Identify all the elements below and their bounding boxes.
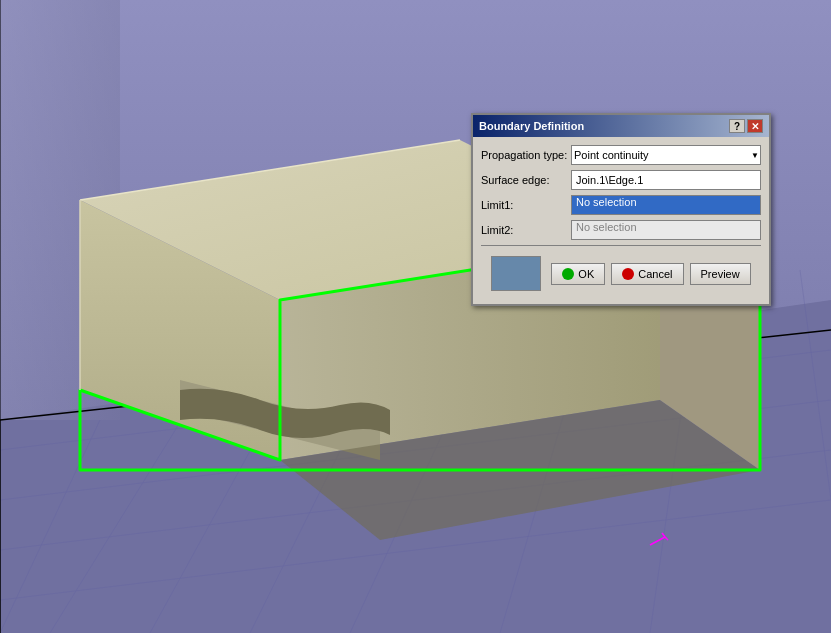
- cancel-icon: [622, 268, 634, 280]
- dialog-controls: ? ✕: [729, 119, 763, 133]
- propagation-type-select-wrapper[interactable]: Point continuity Tangent continuity Curv…: [571, 145, 761, 165]
- ok-label: OK: [578, 268, 594, 280]
- limit2-input[interactable]: No selection: [571, 220, 761, 240]
- surface-edge-field: [571, 170, 761, 190]
- limit2-field: No selection: [571, 220, 761, 240]
- limit1-row: Limit1: No selection: [481, 195, 761, 215]
- ok-button[interactable]: OK: [551, 263, 605, 285]
- limit1-input[interactable]: No selection: [571, 195, 761, 215]
- ok-icon: [562, 268, 574, 280]
- cancel-button[interactable]: Cancel: [611, 263, 683, 285]
- surface-edge-label: Surface edge:: [481, 174, 571, 186]
- preview-thumbnail: [491, 256, 541, 291]
- propagation-type-row: Propagation type: Point continuity Tange…: [481, 145, 761, 165]
- dialog-title: Boundary Definition: [479, 120, 584, 132]
- cancel-label: Cancel: [638, 268, 672, 280]
- dialog-close-button[interactable]: ✕: [747, 119, 763, 133]
- dialog-separator: [481, 245, 761, 246]
- dialog-buttons: OK Cancel Preview: [481, 251, 761, 296]
- limit2-label: Limit2:: [481, 224, 571, 236]
- dialog-titlebar: Boundary Definition ? ✕: [473, 115, 769, 137]
- propagation-type-select[interactable]: Point continuity Tangent continuity Curv…: [571, 145, 761, 165]
- dialog-help-button[interactable]: ?: [729, 119, 745, 133]
- surface-edge-input[interactable]: [571, 170, 761, 190]
- propagation-type-label: Propagation type:: [481, 149, 571, 161]
- limit2-row: Limit2: No selection: [481, 220, 761, 240]
- boundary-definition-dialog[interactable]: Boundary Definition ? ✕ Propagation type…: [471, 113, 771, 306]
- limit1-field: No selection: [571, 195, 761, 215]
- preview-button[interactable]: Preview: [690, 263, 751, 285]
- scene-svg: [0, 0, 831, 633]
- preview-label: Preview: [701, 268, 740, 280]
- surface-edge-row: Surface edge:: [481, 170, 761, 190]
- viewport-3d[interactable]: Boundary Definition ? ✕ Propagation type…: [0, 0, 831, 633]
- dialog-content: Propagation type: Point continuity Tange…: [473, 137, 769, 304]
- limit1-label: Limit1:: [481, 199, 571, 211]
